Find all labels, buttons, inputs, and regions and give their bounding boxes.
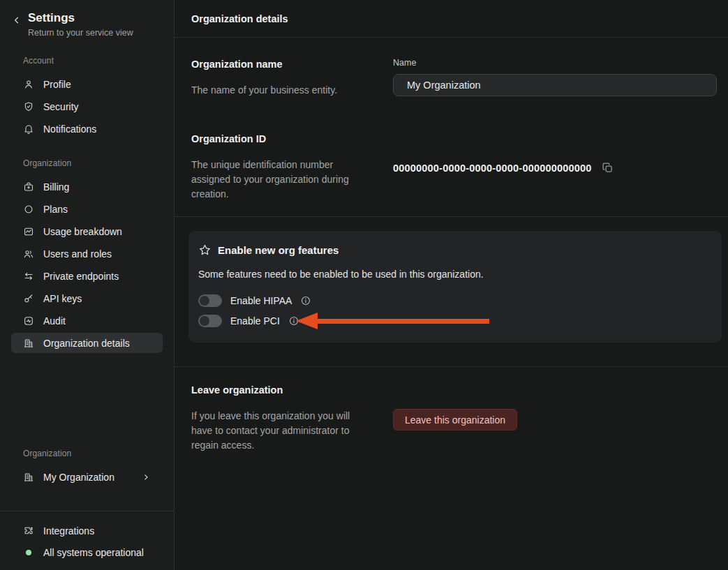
org-id-heading: Organization ID [191, 132, 366, 146]
sidebar-item-label: Usage breakdown [43, 226, 122, 237]
page-header: Organization details [174, 0, 728, 38]
sidebar-subtitle[interactable]: Return to your service view [28, 28, 133, 38]
sidebar-item-security[interactable]: Security [11, 96, 163, 118]
wallet-icon [23, 181, 34, 193]
sidebar-item-plans[interactable]: Plans [11, 198, 163, 220]
star-icon [198, 243, 211, 257]
user-icon [23, 79, 34, 90]
puzzle-icon [23, 525, 34, 537]
sidebar-item-label: Integrations [43, 525, 94, 537]
sidebar-item-audit[interactable]: Audit [11, 310, 163, 332]
leave-org-heading: Leave organization [191, 383, 366, 397]
hipaa-toggle-label: Enable HIPAA [230, 295, 292, 306]
copy-icon[interactable] [602, 162, 614, 174]
sidebar-header: Settings Return to your service view [0, 0, 174, 38]
back-chevron-icon[interactable] [10, 13, 23, 28]
sidebar-item-integrations[interactable]: Integrations [11, 520, 163, 541]
sidebar-item-private-endpoints[interactable]: Private endpoints [11, 265, 163, 287]
chevron-right-icon [141, 472, 151, 482]
key-icon [23, 293, 34, 304]
org-name-heading: Organization name [191, 57, 366, 71]
system-status-label: All systems operational [43, 547, 144, 558]
org-id-value: 00000000-0000-0000-0000-000000000000 [393, 163, 592, 174]
sidebar-item-label: Audit [43, 315, 66, 327]
building-icon [23, 472, 34, 483]
sidebar-item-profile[interactable]: Profile [11, 73, 163, 96]
features-card-description: Some features need to be enabled to be u… [198, 268, 712, 281]
org-switcher-name: My Organization [43, 472, 114, 483]
sidebar-item-label: Organization details [43, 338, 130, 349]
leave-org-section: Leave organization If you leave this org… [174, 383, 728, 453]
sidebar-item-label: API keys [43, 293, 82, 304]
org-switcher-label: Organization [0, 449, 174, 458]
sidebar-item-label: Private endpoints [43, 271, 119, 282]
settings-sidebar: Settings Return to your service view Acc… [0, 0, 174, 570]
red-annotation-arrow [296, 313, 489, 329]
features-card-title: Enable new org features [218, 244, 339, 256]
sidebar-item-label: Users and roles [43, 248, 112, 260]
enable-features-card: Enable new org features Some features ne… [188, 231, 722, 343]
org-switcher[interactable]: My Organization [11, 466, 163, 488]
org-id-section: Organization ID The unique identificatio… [174, 132, 728, 202]
sidebar-title: Settings [28, 10, 133, 26]
sidebar-item-label: Profile [43, 79, 71, 90]
section-divider [174, 216, 728, 217]
sidebar-item-label: Notifications [43, 123, 96, 135]
sidebar-item-notifications[interactable]: Notifications [11, 118, 163, 140]
sidebar-item-billing[interactable]: Billing [11, 176, 163, 198]
shield-check-icon [23, 101, 34, 112]
enable-pci-toggle[interactable] [198, 315, 222, 327]
leave-org-description: If you leave this organization you will … [191, 409, 366, 453]
section-label-account: Account [0, 56, 174, 66]
org-name-input[interactable] [393, 74, 717, 96]
section-divider [174, 366, 728, 367]
swap-arrows-icon [23, 271, 34, 282]
status-green-dot-icon [26, 550, 31, 555]
sidebar-item-users-and-roles[interactable]: Users and roles [11, 243, 163, 265]
sidebar-item-organization-details[interactable]: Organization details [11, 333, 163, 353]
system-status-link[interactable]: All systems operational [11, 541, 163, 563]
arrow-tail [318, 319, 489, 324]
pci-toggle-row: Enable PCI [198, 315, 712, 327]
main-panel: Organization details Organization name T… [174, 0, 728, 570]
bell-icon [23, 123, 34, 135]
chart-icon [23, 226, 34, 237]
sidebar-spacer [0, 354, 174, 430]
hipaa-toggle-row: Enable HIPAA [198, 294, 712, 307]
info-icon[interactable] [288, 315, 299, 327]
leave-organization-button[interactable]: Leave this organization [393, 409, 517, 430]
building-icon [23, 338, 34, 349]
users-icon [23, 248, 34, 260]
org-name-section: Organization name The name of your busin… [174, 38, 728, 98]
page-title: Organization details [191, 13, 288, 24]
circle-icon [23, 204, 34, 215]
enable-hipaa-toggle[interactable] [198, 294, 222, 307]
name-field-label: Name [393, 57, 717, 68]
sidebar-footer: Integrations All systems operational [0, 511, 174, 570]
section-label-organization: Organization [0, 158, 174, 168]
sidebar-item-usage-breakdown[interactable]: Usage breakdown [11, 220, 163, 243]
sidebar-item-label: Plans [43, 204, 68, 215]
sidebar-item-label: Security [43, 101, 79, 112]
sidebar-item-label: Billing [43, 181, 69, 193]
pulse-icon [23, 315, 34, 327]
info-icon[interactable] [300, 295, 311, 306]
pci-toggle-label: Enable PCI [230, 315, 280, 327]
org-name-description: The name of your business entity. [191, 83, 366, 98]
sidebar-item-api-keys[interactable]: API keys [11, 287, 163, 310]
org-id-description: The unique identification number assigne… [191, 158, 366, 202]
